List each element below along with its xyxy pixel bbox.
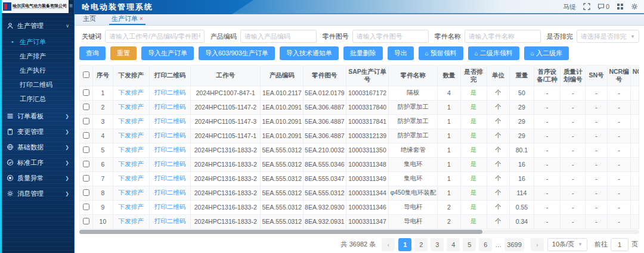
filter-select-4[interactable]: 请选择是否排完▼ [577, 30, 639, 43]
sidebar-item-3[interactable]: 打印二维码 [2, 77, 74, 92]
cell-sap-order-no: 10003311348 [346, 157, 389, 171]
row-checkbox[interactable] [83, 189, 89, 196]
tab-0[interactable]: 主页 [80, 13, 98, 25]
row-checkbox[interactable] [83, 89, 89, 96]
sidebar-item-4[interactable]: 工序汇总 [2, 92, 74, 106]
row-checkbox[interactable] [83, 132, 89, 139]
cell-ncr-no: - [607, 157, 630, 171]
toolbar-button-3[interactable]: 导入603/903生产订单 [199, 46, 275, 60]
dispatch-link[interactable]: 下发排产 [119, 117, 144, 124]
column-header-3: 工作号 [191, 65, 261, 86]
toolbar-button-2[interactable]: 导入生产订单 [141, 46, 194, 60]
button-label: 导入技术通知单 [286, 49, 332, 58]
page-button-6[interactable]: 6 [479, 238, 492, 251]
dispatch-link[interactable]: 下发排产 [119, 89, 144, 96]
apps-grid-icon[interactable] [617, 3, 624, 10]
horizontal-scrollbar[interactable] [79, 230, 639, 234]
row-checkbox[interactable] [83, 146, 89, 153]
message-bell-icon[interactable]: 0 [597, 3, 609, 10]
cell-ncr-no: - [607, 143, 630, 157]
page-button-1[interactable]: 1 [398, 238, 411, 251]
toolbar-button-6[interactable]: 导出 [388, 46, 414, 60]
tab-1[interactable]: 生产订单× [109, 13, 145, 25]
dispatch-link[interactable]: 下发排产 [119, 174, 144, 182]
user-name[interactable]: 马缇 [563, 2, 576, 11]
sidebar-group-2[interactable]: 变更管理❯ [2, 124, 74, 139]
chevron-down-icon: ▼ [578, 242, 583, 247]
toolbar-button-9[interactable]: ⌂入二级库 [524, 46, 569, 60]
row-checkbox[interactable] [83, 118, 89, 124]
row-checkbox[interactable] [83, 204, 89, 210]
cell-first-equip: - [534, 100, 560, 114]
select-all-checkbox[interactable] [83, 71, 89, 78]
table-row: 5下发排产打印二维码2024HPC1316-1833-25EA.555.0312… [80, 143, 639, 157]
cell-part-name: 防护罩加工 [389, 100, 438, 114]
page-button-4[interactable]: 4 [447, 238, 460, 251]
close-icon[interactable]: × [140, 15, 143, 22]
row-checkbox[interactable] [83, 104, 89, 110]
horizontal-scrollbar-thumb[interactable] [79, 230, 482, 234]
settings-gear-icon[interactable] [631, 3, 638, 10]
filter-input-3[interactable] [465, 30, 541, 43]
check-circle-icon [7, 159, 14, 166]
print-qrcode-link[interactable]: 打印二维码 [154, 203, 186, 210]
row-checkbox[interactable] [83, 161, 89, 167]
toolbar-button-0[interactable]: 查询 [79, 46, 106, 60]
sidebar-group-6[interactable]: 消息管理❯ [2, 186, 74, 201]
row-checkbox[interactable] [83, 218, 89, 224]
page-button-3699[interactable]: 3699 [504, 238, 524, 251]
dispatch-link[interactable]: 下发排产 [119, 132, 144, 139]
sidebar-group-5[interactable]: 质量异常❯ [2, 170, 74, 186]
cell-sn: - [586, 157, 608, 171]
toolbar-button-7[interactable]: ⌂预留领料 [419, 46, 463, 60]
cell-part-drawing-no: 5EA.012.0179 [304, 86, 346, 100]
sidebar-collapse-icon[interactable]: ≡ [69, 2, 73, 9]
print-qrcode-link[interactable]: 打印二维码 [154, 117, 186, 124]
chevron-right-icon: ❯ [65, 145, 69, 150]
fullscreen-icon[interactable] [583, 3, 590, 10]
print-qrcode-link[interactable]: 打印二维码 [154, 217, 186, 224]
row-checkbox[interactable] [83, 175, 89, 182]
filter-input-0[interactable] [105, 30, 205, 43]
page-button-5[interactable]: 5 [463, 238, 476, 251]
dispatch-link[interactable]: 下发排产 [119, 189, 144, 196]
cell-sn: - [586, 186, 608, 200]
cell-quality-plan-no: - [561, 171, 586, 186]
filter-input-2[interactable] [352, 30, 429, 43]
cell-sn: - [586, 129, 608, 143]
print-qrcode-link[interactable]: 打印二维码 [154, 103, 186, 110]
sidebar-item-0[interactable]: 生产订单 [2, 35, 74, 49]
sidebar-group-0[interactable]: 生产管理∨ [2, 18, 74, 33]
cell-ncr-qty: 0 [631, 157, 639, 171]
pagination-ellipsis[interactable]: … [495, 241, 501, 248]
dispatch-link[interactable]: 下发排产 [119, 217, 144, 224]
print-qrcode-link[interactable]: 打印二维码 [154, 89, 186, 96]
page-button-3[interactable]: 3 [431, 238, 444, 251]
print-qrcode-link[interactable]: 打印二维码 [154, 160, 186, 167]
cell-part-name: 隔板 [389, 86, 438, 100]
next-page-button[interactable]: › [531, 238, 544, 251]
toolbar-button-4[interactable]: 导入技术通知单 [280, 46, 339, 60]
print-qrcode-link[interactable]: 打印二维码 [154, 146, 186, 153]
toolbar-button-8[interactable]: ⌂二级库领料 [468, 46, 519, 60]
page-button-2[interactable]: 2 [414, 238, 428, 251]
dispatch-link[interactable]: 下发排产 [119, 160, 144, 167]
print-qrcode-link[interactable]: 打印二维码 [154, 132, 186, 139]
dispatch-link[interactable]: 下发排产 [119, 146, 144, 153]
dispatch-link[interactable]: 下发排产 [119, 203, 144, 210]
print-qrcode-link[interactable]: 打印二维码 [154, 174, 186, 182]
sidebar-item-1[interactable]: 生产排产 [2, 49, 74, 63]
sidebar-item-2[interactable]: 生产执行 [2, 63, 74, 77]
cell-quality-plan-no: - [561, 214, 586, 229]
print-qrcode-link[interactable]: 打印二维码 [154, 189, 186, 196]
sidebar-group-1[interactable]: 订单看板❯ [2, 108, 74, 124]
goto-page-input[interactable] [611, 238, 628, 251]
sidebar-group-4[interactable]: 标准工序❯ [2, 155, 74, 170]
sidebar-group-3[interactable]: 基础数据❯ [2, 139, 74, 155]
toolbar-button-5[interactable]: 批量删除 [343, 46, 383, 60]
page-size-select[interactable]: 10条/页 ▼ [547, 238, 587, 251]
dispatch-link[interactable]: 下发排产 [119, 103, 144, 110]
toolbar-button-1[interactable]: 重置 [110, 46, 137, 60]
filter-input-1[interactable] [240, 30, 317, 43]
prev-page-button[interactable]: ‹ [382, 238, 395, 251]
